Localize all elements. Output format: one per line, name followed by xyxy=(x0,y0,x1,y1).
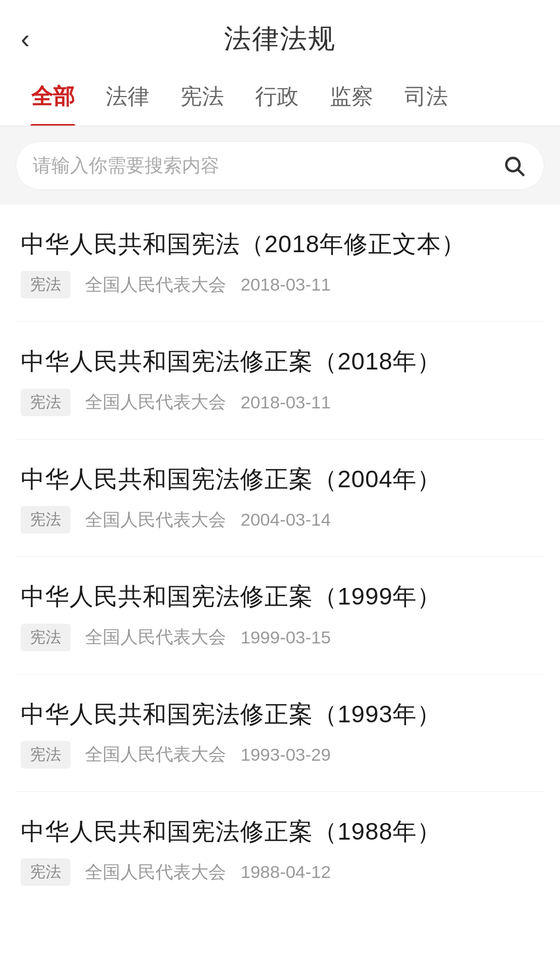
item-title: 中华人民共和国宪法修正案（2018年） xyxy=(21,345,539,378)
page-title: 法律法规 xyxy=(224,21,336,57)
tab-bar: 全部法律宪法行政监察司法 xyxy=(0,67,560,127)
tab-admin[interactable]: 行政 xyxy=(240,67,314,126)
tab-supervision[interactable]: 监察 xyxy=(314,67,389,126)
svg-line-1 xyxy=(518,170,523,175)
item-org: 全国人民代表大会 xyxy=(85,273,226,297)
item-date: 2018-03-11 xyxy=(241,275,331,295)
item-tag: 宪法 xyxy=(21,858,71,886)
item-org: 全国人民代表大会 xyxy=(85,625,226,649)
item-meta: 宪法 全国人民代表大会 2018-03-11 xyxy=(21,389,539,416)
item-title: 中华人民共和国宪法（2018年修正文本） xyxy=(21,227,539,260)
item-title: 中华人民共和国宪法修正案（1993年） xyxy=(21,697,539,731)
item-title: 中华人民共和国宪法修正案（1988年） xyxy=(21,815,539,848)
search-container: 请输入你需要搜索内容 xyxy=(0,127,560,204)
search-input[interactable]: 请输入你需要搜索内容 xyxy=(33,153,500,179)
item-org: 全国人民代表大会 xyxy=(85,860,226,884)
item-org: 全国人民代表大会 xyxy=(85,743,226,766)
item-tag: 宪法 xyxy=(21,624,71,651)
item-date: 1988-04-12 xyxy=(241,862,331,882)
list-item[interactable]: 中华人民共和国宪法（2018年修正文本） 宪法 全国人民代表大会 2018-03… xyxy=(16,204,544,322)
item-tag: 宪法 xyxy=(21,506,71,533)
item-meta: 宪法 全国人民代表大会 1993-03-29 xyxy=(21,741,539,769)
item-date: 1999-03-15 xyxy=(241,627,331,648)
list-item[interactable]: 中华人民共和国宪法修正案（1993年） 宪法 全国人民代表大会 1993-03-… xyxy=(16,675,544,792)
tab-law[interactable]: 法律 xyxy=(90,67,165,126)
item-meta: 宪法 全国人民代表大会 2004-03-14 xyxy=(21,506,539,533)
list-item[interactable]: 中华人民共和国宪法修正案（1988年） 宪法 全国人民代表大会 1988-04-… xyxy=(16,792,544,909)
item-meta: 宪法 全国人民代表大会 1999-03-15 xyxy=(21,624,539,651)
item-meta: 宪法 全国人民代表大会 1988-04-12 xyxy=(21,858,539,886)
list-item[interactable]: 中华人民共和国宪法修正案（1999年） 宪法 全国人民代表大会 1999-03-… xyxy=(16,557,544,674)
tab-all[interactable]: 全部 xyxy=(16,67,90,126)
search-icon[interactable] xyxy=(500,152,527,179)
list-item[interactable]: 中华人民共和国宪法修正案（2004年） 宪法 全国人民代表大会 2004-03-… xyxy=(16,440,544,557)
item-tag: 宪法 xyxy=(21,389,71,416)
tab-constitution[interactable]: 宪法 xyxy=(165,67,240,126)
item-tag: 宪法 xyxy=(21,271,71,298)
header: ‹ 法律法规 xyxy=(0,0,560,67)
item-date: 1993-03-29 xyxy=(241,745,331,765)
list-container: 中华人民共和国宪法（2018年修正文本） 宪法 全国人民代表大会 2018-03… xyxy=(0,204,560,909)
item-org: 全国人民代表大会 xyxy=(85,508,226,532)
item-title: 中华人民共和国宪法修正案（2004年） xyxy=(21,462,539,496)
item-meta: 宪法 全国人民代表大会 2018-03-11 xyxy=(21,271,539,298)
search-box[interactable]: 请输入你需要搜索内容 xyxy=(16,141,544,190)
item-title: 中华人民共和国宪法修正案（1999年） xyxy=(21,580,539,613)
item-date: 2018-03-11 xyxy=(241,392,331,413)
item-org: 全国人民代表大会 xyxy=(85,390,226,414)
list-item[interactable]: 中华人民共和国宪法修正案（2018年） 宪法 全国人民代表大会 2018-03-… xyxy=(16,322,544,439)
item-date: 2004-03-14 xyxy=(241,510,331,530)
tab-judicial[interactable]: 司法 xyxy=(389,67,464,126)
item-tag: 宪法 xyxy=(21,741,71,769)
back-button[interactable]: ‹ xyxy=(21,25,30,52)
